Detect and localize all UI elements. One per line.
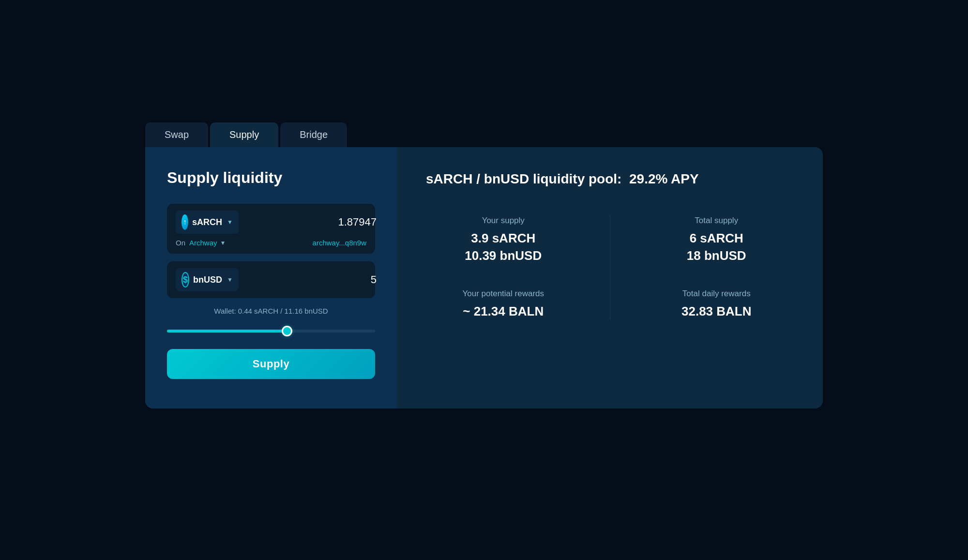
your-supply-value: 3.9 sARCH 10.39 bnUSD [426,229,581,265]
your-supply-bnusd: 10.39 bnUSD [426,247,581,264]
supply-button[interactable]: Supply [167,349,375,379]
total-rewards-block: Total daily rewards 32.83 BALN [639,289,794,320]
on-label: On [176,239,185,247]
pool-info-panel: sARCH / bnUSD liquidity pool: 29.2% APY … [397,147,823,409]
bnusd-token-name: bnUSD [193,275,222,285]
network-chevron-icon: ▼ [220,240,226,246]
liquidity-slider[interactable] [167,330,375,333]
sarch-token-name: sARCH [192,217,222,227]
your-rewards-label: Your potential rewards [426,289,581,299]
pool-apy: 29.2% APY [629,171,699,186]
pool-column-total: Total supply 6 sARCH 18 bnUSD Total dail… [610,216,794,320]
network-selector[interactable]: Archway ▼ [189,239,226,247]
total-supply-sarch: 6 sARCH [639,229,794,247]
supply-title: Supply liquidity [167,169,375,187]
bnusd-token-selector[interactable]: $ bnUSD ▼ [176,268,239,291]
tab-swap[interactable]: Swap [145,122,208,147]
your-supply-label: Your supply [426,216,581,226]
sarch-input-wrapper: sARCH ▼ On Archway ▼ archway...q8n9w [167,204,375,254]
total-rewards-label: Total daily rewards [639,289,794,299]
total-supply-value: 6 sARCH 18 bnUSD [639,229,794,265]
bnusd-amount-input[interactable] [243,273,377,286]
your-rewards-value: ~ 21.34 BALN [426,303,581,320]
pool-title: sARCH / bnUSD liquidity pool: 29.2% APY [426,171,794,187]
pool-title-prefix: sARCH / bnUSD liquidity pool: [426,171,621,186]
wallet-address: archway...q8n9w [313,239,366,247]
network-name: Archway [189,239,217,247]
pool-stats: Your supply 3.9 sARCH 10.39 bnUSD Your p… [426,216,794,320]
network-row: On Archway ▼ archway...q8n9w [176,239,366,247]
total-supply-block: Total supply 6 sARCH 18 bnUSD [639,216,794,265]
bnusd-token-row: $ bnUSD ▼ [176,268,366,291]
pool-column-yours: Your supply 3.9 sARCH 10.39 bnUSD Your p… [426,216,610,320]
tab-supply[interactable]: Supply [210,122,278,147]
sarch-amount-input[interactable] [243,216,377,228]
bnusd-icon: $ [182,272,189,288]
tab-bridge[interactable]: Bridge [280,122,347,147]
sarch-icon [182,214,188,230]
main-container: Swap Supply Bridge Supply liquidity sARC… [145,122,823,409]
sarch-token-selector[interactable]: sARCH ▼ [176,211,239,234]
tabs-bar: Swap Supply Bridge [145,122,823,147]
sarch-chevron-icon: ▼ [227,219,233,226]
main-panel: Supply liquidity sARCH ▼ On Archway [145,147,823,409]
total-supply-bnusd: 18 bnUSD [639,247,794,264]
total-supply-label: Total supply [639,216,794,226]
wallet-balance: Wallet: 0.44 sARCH / 11.16 bnUSD [167,307,375,315]
total-rewards-value: 32.83 BALN [639,303,794,320]
your-rewards-block: Your potential rewards ~ 21.34 BALN [426,289,581,320]
bnusd-chevron-icon: ▼ [227,276,233,283]
your-supply-sarch: 3.9 sARCH [426,229,581,247]
your-supply-block: Your supply 3.9 sARCH 10.39 bnUSD [426,216,581,265]
sarch-token-row: sARCH ▼ [176,211,366,234]
bnusd-input-wrapper: $ bnUSD ▼ [167,261,375,298]
supply-form: Supply liquidity sARCH ▼ On Archway [145,147,397,409]
slider-container [167,326,375,334]
